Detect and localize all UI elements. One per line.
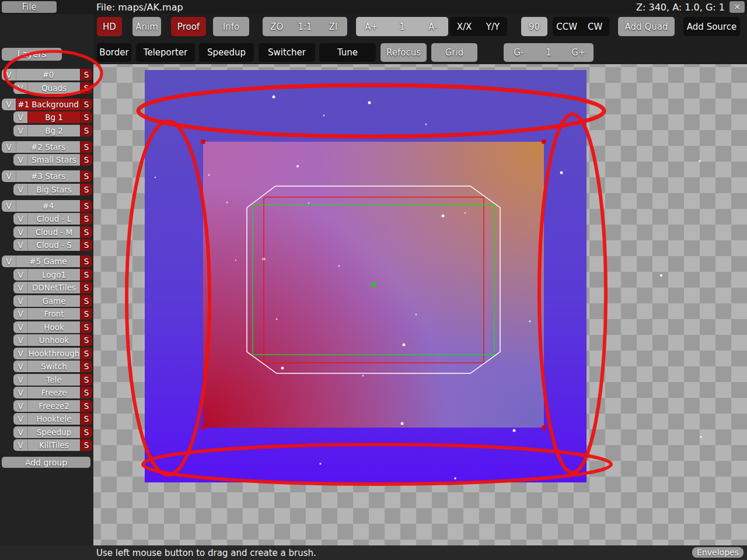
visibility-toggle[interactable]: V bbox=[13, 374, 27, 386]
layer-name[interactable]: #5 Game bbox=[16, 256, 80, 267]
layer-row[interactable]: VHookteleS bbox=[13, 413, 92, 425]
layer-row[interactable]: VFreeze2S bbox=[13, 400, 92, 412]
layer-name[interactable]: Bg 1 bbox=[27, 111, 80, 123]
layer-name[interactable]: Cloud - S bbox=[27, 239, 80, 251]
anim-slower-button[interactable]: A- bbox=[417, 17, 448, 36]
hd-toggle-button[interactable]: HD bbox=[97, 17, 122, 36]
flip-x-button[interactable]: X/X bbox=[450, 17, 479, 36]
teleporter-button[interactable]: Teleporter bbox=[136, 43, 195, 62]
visibility-toggle[interactable]: V bbox=[13, 82, 27, 94]
speedup-button[interactable]: Speedup bbox=[199, 43, 254, 62]
visibility-toggle[interactable]: V bbox=[13, 213, 27, 225]
visibility-toggle[interactable]: V bbox=[2, 200, 16, 212]
rotate-cw-button[interactable]: CW bbox=[581, 17, 610, 36]
layer-name[interactable]: Game bbox=[27, 295, 80, 307]
save-toggle[interactable]: S bbox=[80, 82, 92, 94]
border-button[interactable]: Border bbox=[97, 43, 131, 62]
layer-name[interactable]: Cloud - L bbox=[27, 213, 80, 225]
layer-name[interactable]: Hookthrough bbox=[27, 348, 80, 359]
save-toggle[interactable]: S bbox=[80, 125, 92, 136]
save-toggle[interactable]: S bbox=[80, 154, 92, 166]
save-toggle[interactable]: S bbox=[80, 321, 92, 333]
layer-name[interactable]: #4 bbox=[16, 200, 80, 212]
gradient-quad[interactable] bbox=[203, 142, 544, 428]
layer-row[interactable]: VSmall StarsS bbox=[13, 154, 92, 166]
save-toggle[interactable]: S bbox=[80, 69, 92, 80]
layer-name[interactable]: Small Stars bbox=[27, 154, 80, 166]
visibility-toggle[interactable]: V bbox=[13, 400, 27, 412]
save-toggle[interactable]: S bbox=[80, 269, 92, 281]
visibility-toggle[interactable]: V bbox=[13, 111, 27, 123]
layer-row[interactable]: VFrontS bbox=[13, 308, 92, 320]
tune-button[interactable]: Tune bbox=[319, 43, 376, 62]
visibility-toggle[interactable]: V bbox=[2, 141, 16, 153]
visibility-toggle[interactable]: V bbox=[13, 282, 27, 293]
visibility-toggle[interactable]: V bbox=[2, 256, 16, 267]
layer-group-row[interactable]: V#5 GameS bbox=[2, 256, 92, 267]
layer-name[interactable]: KillTiles bbox=[27, 439, 80, 451]
envelopes-button[interactable]: Envelopes bbox=[692, 547, 743, 558]
visibility-toggle[interactable]: V bbox=[13, 154, 27, 166]
save-toggle[interactable]: S bbox=[80, 348, 92, 359]
layer-name[interactable]: #0 bbox=[16, 69, 80, 80]
add-quad-button[interactable]: Add Quad bbox=[618, 17, 675, 36]
layer-name[interactable]: Bg 2 bbox=[27, 125, 80, 136]
visibility-toggle[interactable]: V bbox=[13, 308, 27, 320]
layer-row[interactable]: VUnhookS bbox=[13, 334, 92, 346]
save-toggle[interactable]: S bbox=[80, 282, 92, 293]
save-toggle[interactable]: S bbox=[80, 111, 92, 123]
layer-row[interactable]: VFreezeS bbox=[13, 387, 92, 398]
save-toggle[interactable]: S bbox=[80, 413, 92, 425]
save-toggle[interactable]: S bbox=[80, 170, 92, 182]
save-toggle[interactable]: S bbox=[80, 387, 92, 398]
visibility-toggle[interactable]: V bbox=[13, 439, 27, 451]
switcher-button[interactable]: Switcher bbox=[259, 43, 315, 62]
save-toggle[interactable]: S bbox=[80, 426, 92, 438]
map-canvas[interactable] bbox=[93, 64, 747, 545]
layer-name[interactable]: DDNetTiles bbox=[27, 282, 80, 293]
save-toggle[interactable]: S bbox=[80, 213, 92, 225]
layer-name[interactable]: Unhook bbox=[27, 334, 80, 346]
rotate-ccw-button[interactable]: CCW bbox=[553, 17, 581, 36]
save-toggle[interactable]: S bbox=[80, 226, 92, 238]
grid-bigger-button[interactable]: G+ bbox=[564, 43, 594, 62]
refocus-button[interactable]: Refocus bbox=[381, 43, 427, 62]
layer-row[interactable]: VGameS bbox=[13, 295, 92, 307]
visibility-toggle[interactable]: V bbox=[13, 334, 27, 346]
visibility-toggle[interactable]: V bbox=[13, 387, 27, 398]
visibility-toggle[interactable]: V bbox=[2, 69, 16, 80]
save-toggle[interactable]: S bbox=[80, 141, 92, 153]
visibility-toggle[interactable]: V bbox=[13, 239, 27, 251]
anim-faster-button[interactable]: A+ bbox=[356, 17, 387, 36]
save-toggle[interactable]: S bbox=[80, 334, 92, 346]
layer-name[interactable]: Hooktele bbox=[27, 413, 80, 425]
rotate-amount-value[interactable]: 90 bbox=[521, 17, 547, 36]
layer-row[interactable]: VQuadsS bbox=[13, 82, 92, 94]
layer-row[interactable]: VDDNetTilesS bbox=[13, 282, 92, 293]
file-menu-button[interactable]: File bbox=[2, 1, 57, 13]
visibility-toggle[interactable]: V bbox=[2, 170, 16, 182]
layer-row[interactable]: VHookS bbox=[13, 321, 92, 333]
layer-group-row[interactable]: V#3 StarsS bbox=[2, 170, 92, 182]
zoom-out-button[interactable]: ZO bbox=[263, 17, 291, 36]
layer-row[interactable]: VKillTilesS bbox=[13, 439, 92, 451]
save-toggle[interactable]: S bbox=[80, 374, 92, 386]
save-toggle[interactable]: S bbox=[80, 256, 92, 267]
layer-name[interactable]: Logo1 bbox=[27, 269, 80, 281]
layer-row[interactable]: VCloud - SS bbox=[13, 239, 92, 251]
anim-toggle-button[interactable]: Anim bbox=[132, 17, 161, 36]
visibility-toggle[interactable]: V bbox=[13, 125, 27, 136]
flip-y-button[interactable]: Y/Y bbox=[479, 17, 507, 36]
visibility-toggle[interactable]: V bbox=[13, 269, 27, 281]
layer-row[interactable]: VBg 2S bbox=[13, 125, 92, 136]
layer-name[interactable]: Cloud - M bbox=[27, 226, 80, 238]
grid-smaller-button[interactable]: G- bbox=[504, 43, 533, 62]
save-toggle[interactable]: S bbox=[80, 295, 92, 307]
info-toggle-button[interactable]: Info bbox=[213, 17, 249, 36]
visibility-toggle[interactable]: V bbox=[13, 413, 27, 425]
layers-panel-header[interactable]: Layers bbox=[2, 48, 62, 61]
layer-name[interactable]: #2 Stars bbox=[16, 141, 80, 153]
layer-name[interactable]: Freeze2 bbox=[27, 400, 80, 412]
add-group-button[interactable]: Add group bbox=[2, 457, 90, 468]
visibility-toggle[interactable]: V bbox=[13, 226, 27, 238]
